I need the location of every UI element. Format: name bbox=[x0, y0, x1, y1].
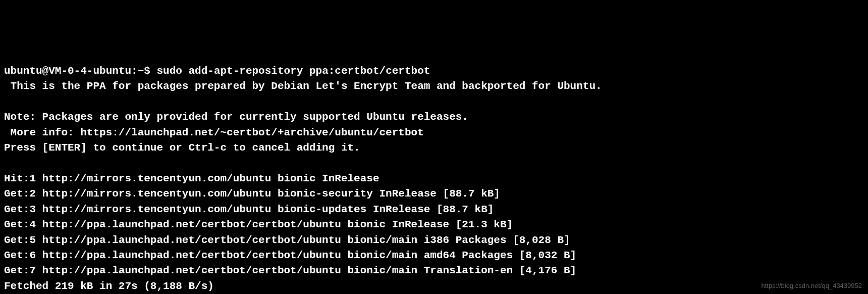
output-line: Get:3 http://mirrors.tencentyun.com/ubun… bbox=[4, 204, 494, 215]
output-line: This is the PPA for packages prepared by… bbox=[4, 80, 602, 92]
output-line: Note: Packages are only provided for cur… bbox=[4, 111, 468, 123]
output-line: Fetched 219 kB in 27s (8,188 B/s) bbox=[4, 280, 214, 292]
output-line: Press [ENTER] to continue or Ctrl-c to c… bbox=[4, 142, 360, 154]
prompt-user-host: ubuntu@VM-0-4-ubuntu bbox=[4, 65, 131, 77]
output-line: Get:6 http://ppa.launchpad.net/certbot/c… bbox=[4, 250, 576, 261]
watermark-text: https://blog.csdn.net/qq_43439952 bbox=[762, 281, 862, 291]
output-line: Get:5 http://ppa.launchpad.net/certbot/c… bbox=[4, 234, 570, 246]
command-text: sudo add-apt-repository ppa:certbot/cert… bbox=[156, 65, 430, 77]
output-line: More info: https://launchpad.net/~certbo… bbox=[4, 127, 424, 138]
output-line: Get:7 http://ppa.launchpad.net/certbot/c… bbox=[4, 265, 576, 276]
prompt-path: ~ bbox=[138, 65, 144, 77]
terminal-output[interactable]: ubuntu@VM-0-4-ubuntu:~$ sudo add-apt-rep… bbox=[4, 64, 864, 294]
output-line: Hit:1 http://mirrors.tencentyun.com/ubun… bbox=[4, 173, 379, 184]
output-line: Get:2 http://mirrors.tencentyun.com/ubun… bbox=[4, 188, 500, 200]
prompt-symbol: $ bbox=[144, 65, 150, 77]
output-line: Get:4 http://ppa.launchpad.net/certbot/c… bbox=[4, 219, 513, 230]
